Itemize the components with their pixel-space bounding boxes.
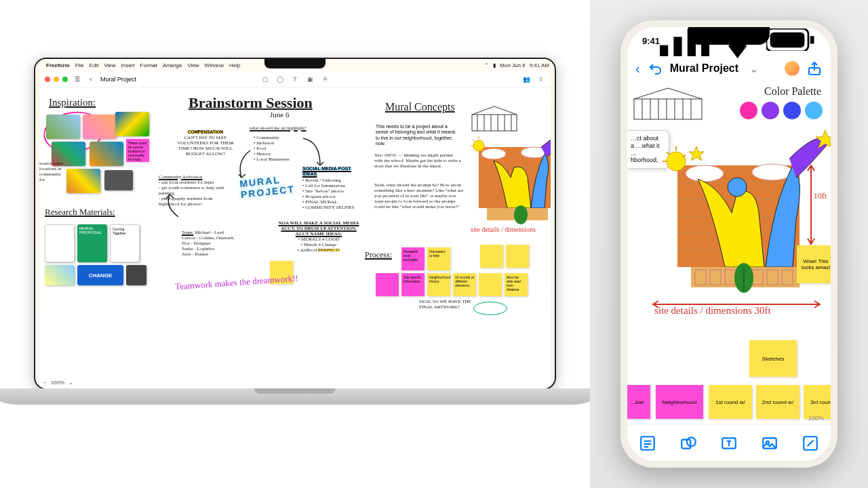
research-heading: Research Materials: [45,207,115,218]
compensation-block[interactable]: COMPENSATION CAN'T PAY TO MAY VOLUNTEERS… [175,129,236,157]
inspiration-thumb[interactable] [83,115,117,139]
file-icon[interactable]: ⎘ [321,75,329,83]
back-icon[interactable]: ‹ [87,75,95,83]
menubar-time: 9:41 AM [530,62,549,68]
menu-file[interactable]: File [75,62,84,68]
concept-note: This needs to be a project about a sense… [376,124,457,147]
menu-edit[interactable]: Edit [90,62,99,68]
sticky-note-icon[interactable]: ▢ [261,75,269,83]
shapes-icon[interactable]: ◯ [276,75,284,83]
mural-concept-art[interactable] [467,127,551,228]
menu-arrange[interactable]: Arrange [163,62,182,68]
process-heading: Process: [365,250,392,260]
palette-pink[interactable] [740,102,757,119]
macbook-notch [264,59,326,68]
zoom-out-icon[interactable]: − [43,380,47,386]
social-block[interactable]: SOCIAL MEDIA POST IDEAS • Reveal / Unbox… [302,166,365,210]
svg-rect-23 [673,37,682,56]
palette-purple[interactable] [762,102,779,119]
ios-bottom-toolbar [627,424,831,461]
share-icon[interactable] [806,60,823,77]
sticky-note[interactable] [479,273,502,296]
sticky-note[interactable]: 10 rounds of different directions [453,273,476,296]
sticky-sketches[interactable]: Sketches [749,340,797,377]
palette-lightblue[interactable] [805,102,823,119]
sticky-local[interactable]: …ical [627,385,650,419]
sticky-neighborhood[interactable]: Neighborhood [656,385,703,419]
sticky-wow[interactable]: Wow! This looks amazi [797,245,831,283]
concept-hand2: Yeah, what should the prompt be? How abo… [374,182,465,209]
research-doc-change[interactable]: CHANGE [77,265,123,285]
wifi-icon: ⌃ [484,62,489,68]
research-doc-coming-together[interactable]: Coming Together [110,224,140,262]
text-icon[interactable]: T [291,75,299,83]
collaborator-avatar[interactable] [785,61,800,76]
team-block[interactable]: Team: Michael - Lead Carson - Comms, Out… [182,230,250,257]
compensation-body: CAN'T PAY TO MAY VOLUNTEERS FOR THEIR TI… [177,135,233,157]
zoom-level[interactable]: 100% [51,380,64,386]
inspiration-thumb[interactable] [115,112,149,136]
shapes-icon[interactable] [679,434,697,452]
undo-icon[interactable] [647,60,663,77]
share-icon[interactable]: ⇪ [537,75,545,83]
inspiration-thumb[interactable] [90,142,123,166]
macbook-base [0,388,600,405]
text-box-icon[interactable] [720,434,738,452]
iphone-device: 9:41 ‹ Mural Project ⌄ [620,20,837,468]
menu-view2[interactable]: View [187,62,199,68]
iphone-notch [688,27,770,45]
back-icon[interactable]: ‹ [635,61,640,77]
markup-icon[interactable] [802,434,819,452]
sticky-note[interactable]: Neighborhood history [427,273,450,296]
sticky-note[interactable]: Must be able read from distance [505,273,528,296]
menu-help[interactable]: Help [229,62,240,68]
media-icon[interactable]: ▣ [306,75,314,83]
collaborate-icon[interactable]: 👥 [522,75,530,83]
arrow-annotation [233,147,254,181]
sticky-round3[interactable]: 3rd round [804,385,831,419]
sticky-round2[interactable]: 2nd round w/ [756,385,800,419]
chevron-down-icon[interactable]: ⌄ [745,60,762,77]
inspiration-thumb[interactable] [66,169,100,193]
freeform-canvas[interactable]: Inspiration: These could be source locat… [39,87,551,376]
sticky-note[interactable] [376,273,399,296]
research-doc-proposal[interactable] [45,224,75,262]
menu-insert[interactable]: Insert [121,62,135,68]
sticky-note[interactable]: These could be source locations in commu… [126,139,149,162]
window-traffic-lights[interactable] [45,77,68,82]
svg-point-21 [514,205,528,224]
research-map-thumb[interactable] [45,265,75,285]
compensation-title: COMPENSATION [188,129,224,134]
inspiration-thumb[interactable] [46,115,80,139]
menubar-app-name[interactable]: Freeform [46,62,70,68]
media-icon[interactable] [761,434,778,452]
sidebar-toggle-icon[interactable]: ☰ [73,75,81,83]
sticky-note[interactable]: Research local ecologies [401,247,425,270]
svg-point-70 [687,437,696,446]
zoom-level[interactable]: 100% [808,415,824,422]
menu-view[interactable]: View [104,62,115,68]
research-doc-mural-proposal[interactable]: MURAL PROPOSAL [77,224,107,262]
sticky-note-icon[interactable] [639,434,656,452]
menu-window[interactable]: Window [205,62,224,68]
noa-block[interactable]: NOA WILL MAKE A SOCIAL MEDIA ACCT. TO DR… [278,220,359,253]
zoom-dropdown-icon[interactable]: ⌄ [68,380,73,386]
width-arrow-icon [652,300,821,309]
sticky-note[interactable]: Volunteers to help [427,247,450,270]
svg-rect-28 [810,36,814,43]
sticky-note[interactable]: Site specific information [401,273,425,296]
palette-blue[interactable] [783,102,801,119]
svg-rect-69 [682,439,690,448]
sticky-note[interactable] [506,245,529,268]
teamwork-note: Teamwork makes the dreamwork!! [175,273,299,293]
sticky-round1[interactable]: 1st round w/ [709,385,752,419]
menu-format[interactable]: Format [140,62,157,68]
ios-canvas[interactable]: Color Palette …ct about a …what it …hbor… [627,83,831,424]
sticky-note[interactable] [480,245,503,268]
board-title[interactable]: Mural Project [670,62,738,75]
battery-icon [766,28,816,54]
macbook-device: Freeform File Edit View Insert Format Ar… [34,58,556,405]
status-time: 9:41 [642,36,660,46]
research-thumb[interactable] [126,265,146,285]
inspiration-video-thumb[interactable] [104,170,133,190]
